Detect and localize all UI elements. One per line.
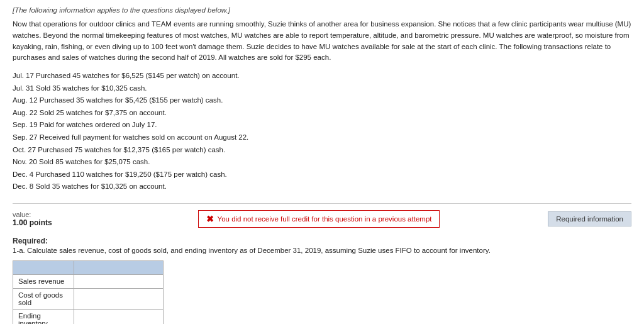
alert-box: ✖ You did not receive full credit for th… — [198, 210, 440, 228]
divider — [13, 203, 631, 204]
alert-center: ✖ You did not receive full credit for th… — [107, 210, 531, 228]
transactions-list: Jul. 17 Purchased 45 watches for $6,525 … — [13, 70, 631, 193]
table-col-value — [74, 260, 164, 274]
row-input-cell[interactable] — [74, 274, 164, 288]
row-label: Ending inventory — [13, 309, 74, 324]
transaction-item: Aug. 12 Purchased 35 watches for $5,425 … — [13, 94, 631, 107]
row-value-input[interactable] — [79, 277, 158, 285]
row-input-cell[interactable] — [74, 288, 164, 309]
table-row: Sales revenue — [13, 274, 164, 288]
transaction-item: Nov. 20 Sold 85 watches for $25,075 cash… — [13, 156, 631, 169]
transaction-item: Sep. 27 Received full payment for watche… — [13, 131, 631, 144]
required-label: Required: — [13, 237, 631, 245]
table-row: Ending inventory — [13, 309, 164, 324]
transaction-item: Dec. 8 Sold 35 watches for $10,325 on ac… — [13, 181, 631, 193]
transaction-item: Jul. 31 Sold 35 watches for $10,325 cash… — [13, 82, 631, 95]
transaction-item: Sep. 19 Paid for watches ordered on July… — [13, 119, 631, 131]
transaction-item: Oct. 27 Purchased 75 watches for $12,375… — [13, 144, 631, 157]
alert-icon: ✖ — [206, 214, 214, 224]
status-row: value: 1.00 points ✖ You did not receive… — [13, 210, 631, 228]
row-input-cell[interactable] — [74, 309, 164, 324]
row-value-input[interactable] — [79, 316, 158, 323]
required-info-button[interactable]: Required information — [548, 211, 631, 226]
table-row: Cost of goods sold — [13, 288, 164, 309]
row-label: Cost of goods sold — [13, 288, 74, 309]
transaction-item: Aug. 22 Sold 25 watches for $7,375 on ac… — [13, 107, 631, 120]
row-label: Sales revenue — [13, 274, 74, 288]
transaction-item: Dec. 4 Purchased 110 watches for $19,250… — [13, 169, 631, 181]
calc-table: Sales revenueCost of goods soldEnding in… — [13, 260, 164, 324]
points-label: 1.00 points — [13, 218, 107, 227]
value-label: value: — [13, 211, 107, 218]
value-info: value: 1.00 points — [13, 211, 107, 227]
intro-paragraph: Now that operations for outdoor clinics … — [13, 19, 631, 64]
required-section: Required: 1-a. Calculate sales revenue, … — [13, 237, 631, 324]
transaction-item: Jul. 17 Purchased 45 watches for $6,525 … — [13, 70, 631, 82]
required-info-right[interactable]: Required information — [531, 211, 631, 226]
alert-message: You did not receive full credit for this… — [218, 215, 432, 223]
required-desc: 1-a. Calculate sales revenue, cost of go… — [13, 247, 631, 254]
bracket-text: [The following information applies to th… — [13, 6, 631, 14]
table-col-label — [13, 260, 74, 274]
row-value-input[interactable] — [79, 295, 158, 303]
